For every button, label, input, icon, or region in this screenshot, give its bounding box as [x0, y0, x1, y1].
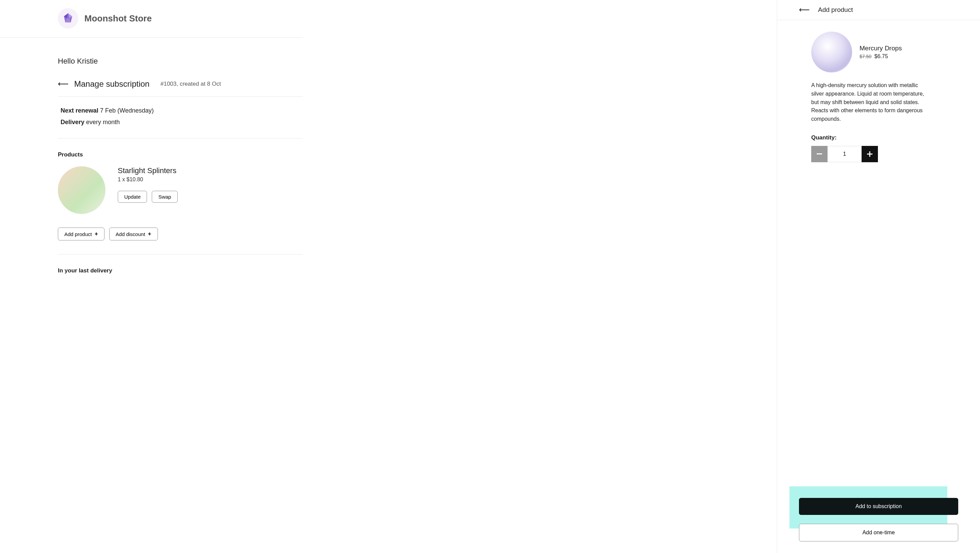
renewal-block: Next renewal 7 Feb (Wednesday) Delivery …: [58, 97, 303, 138]
price-discounted: $6.75: [875, 53, 888, 59]
quantity-increase-button[interactable]: [862, 146, 878, 162]
products-heading: Products: [58, 151, 303, 158]
store-logo: [58, 8, 78, 29]
update-button[interactable]: Update: [118, 191, 147, 203]
add-to-subscription-button[interactable]: Add to subscription: [799, 498, 958, 515]
back-arrow-icon[interactable]: ⟵: [58, 80, 69, 88]
add-discount-label: Add discount: [116, 231, 145, 237]
price-original: $7.50: [859, 54, 872, 59]
quantity-stepper: 1: [811, 146, 958, 162]
side-product-image: [811, 32, 852, 72]
delivery-label: Delivery: [60, 119, 84, 126]
add-one-time-button[interactable]: Add one-time: [799, 524, 958, 542]
update-button-label: Update: [124, 194, 140, 200]
greeting-text: Hello Kristie: [58, 57, 303, 66]
gem-icon: [62, 12, 74, 24]
product-description: A high-density mercury solution with met…: [811, 81, 927, 124]
next-renewal-value: 7 Feb (Wednesday): [100, 107, 154, 114]
product-image: [58, 166, 105, 214]
order-meta: #1003, created at 8 Oct: [160, 81, 221, 87]
swap-button[interactable]: Swap: [152, 191, 178, 203]
add-one-time-label: Add one-time: [862, 529, 894, 536]
page-title-row: ⟵ Manage subscription #1003, created at …: [58, 79, 303, 97]
quantity-decrease-button[interactable]: [811, 146, 827, 162]
plus-icon: [867, 151, 872, 157]
add-discount-button[interactable]: Add discount +: [109, 227, 158, 240]
panel-title: Add product: [818, 6, 853, 14]
panel-back-arrow-icon[interactable]: ⟵: [799, 6, 810, 14]
quantity-label: Quantity:: [811, 134, 958, 141]
swap-button-label: Swap: [158, 194, 171, 200]
add-product-panel: ⟵ Add product Mercury Drops $7.50 $6.75 …: [777, 0, 980, 553]
product-name: Starlight Splinters: [118, 166, 178, 175]
add-product-button[interactable]: Add product +: [58, 227, 105, 240]
svg-rect-6: [869, 151, 870, 157]
side-product-name: Mercury Drops: [859, 44, 902, 52]
add-to-subscription-label: Add to subscription: [856, 503, 902, 509]
page-title: Manage subscription: [74, 79, 150, 89]
plus-icon: +: [95, 230, 98, 237]
quantity-value: 1: [827, 146, 862, 162]
store-header: Moonshot Store: [0, 8, 303, 38]
product-row: Starlight Splinters 1 x $10.80 Update Sw…: [58, 166, 303, 214]
svg-rect-4: [817, 153, 822, 154]
plus-icon: +: [148, 230, 151, 237]
minus-icon: [817, 153, 822, 154]
store-name: Moonshot Store: [84, 13, 152, 24]
delivery-value: every month: [86, 119, 120, 126]
product-price-line: 1 x $10.80: [118, 176, 178, 183]
add-product-label: Add product: [64, 231, 92, 237]
last-delivery-heading: In your last delivery: [58, 267, 303, 274]
next-renewal-label: Next renewal: [60, 107, 98, 114]
